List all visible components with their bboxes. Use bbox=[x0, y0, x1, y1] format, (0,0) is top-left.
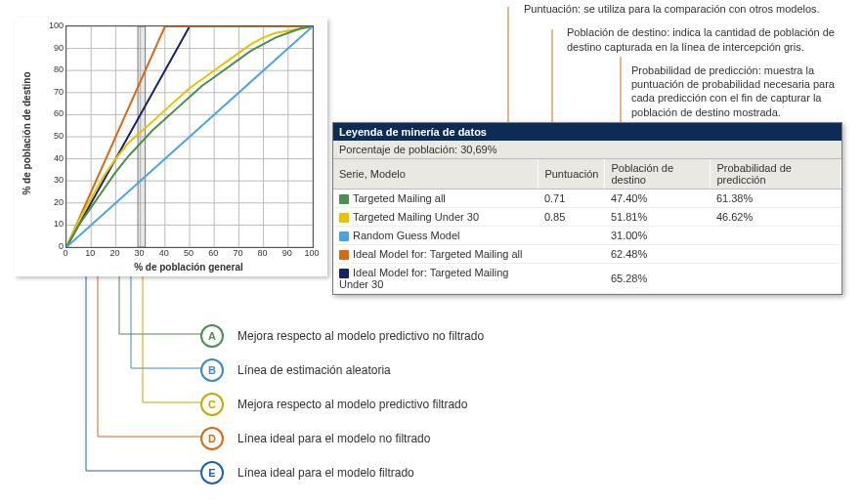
letter-item: AMejora respecto al modelo predictivo no… bbox=[200, 322, 484, 350]
letter-item: BLínea de estimación aleatoria bbox=[200, 357, 484, 384]
col-target: Población de destino bbox=[605, 159, 711, 189]
letter-label: Línea ideal para el modelo no filtrado bbox=[237, 432, 430, 445]
col-prob: Probabilidad de predicción bbox=[711, 159, 841, 189]
letter-label: Línea de estimación aleatoria bbox=[237, 363, 391, 377]
table-row: Ideal Model for: Targeted Mailing Under … bbox=[333, 264, 841, 294]
letter-label: Mejora respecto al modelo predictivo fil… bbox=[237, 398, 467, 411]
color-swatch bbox=[339, 231, 349, 241]
y-axis-ticks: 0102030405060708090100 bbox=[42, 25, 64, 246]
plot-area bbox=[65, 25, 314, 248]
plot-svg bbox=[66, 26, 313, 247]
letter-badge: D bbox=[200, 427, 224, 450]
top-callouts: Puntuación: se utiliza para la comparaci… bbox=[489, 2, 860, 129]
table-row: Ideal Model for: Targeted Mailing all62.… bbox=[333, 245, 841, 264]
color-swatch bbox=[339, 213, 349, 223]
x-axis-title: % de población general bbox=[65, 262, 312, 273]
callout-target: Población de destino: indica la cantidad… bbox=[532, 25, 860, 54]
letter-badge: A bbox=[200, 324, 224, 348]
table-row: Targeted Mailing all0.7147.40%61.38% bbox=[333, 189, 841, 208]
svg-rect-22 bbox=[138, 26, 146, 247]
letter-legend: AMejora respecto al modelo predictivo no… bbox=[200, 322, 484, 493]
letter-badge: C bbox=[200, 393, 224, 416]
letter-badge: B bbox=[200, 358, 224, 382]
col-score: Puntuación bbox=[539, 159, 605, 189]
letter-item: ELínea ideal para el modelo filtrado bbox=[200, 459, 484, 486]
letter-label: Línea ideal para el modelo filtrado bbox=[237, 466, 414, 480]
callout-score: Puntuación: se utiliza para la comparaci… bbox=[489, 2, 860, 16]
data-mining-legend: Leyenda de minería de datos Porcentaje d… bbox=[332, 122, 842, 295]
y-axis-title-box: % de población de destino bbox=[17, 25, 34, 246]
table-row: Random Guess Model31.00% bbox=[333, 227, 841, 245]
page: % de población de destino 01020304050607… bbox=[0, 0, 862, 504]
color-swatch bbox=[339, 269, 349, 278]
legend-table: Serie, Modelo Puntuación Población de de… bbox=[333, 159, 841, 294]
color-swatch bbox=[339, 194, 349, 204]
letter-label: Mejora respecto al modelo predictivo no … bbox=[237, 329, 484, 343]
col-series: Serie, Modelo bbox=[333, 159, 539, 189]
legend-population: Porcentaje de población: 30,69% bbox=[333, 141, 841, 159]
lift-chart-panel: % de población de destino 01020304050607… bbox=[15, 18, 327, 276]
letter-item: DLínea ideal para el modelo no filtrado bbox=[200, 425, 484, 452]
y-axis-title: % de población de destino bbox=[22, 36, 32, 231]
letter-badge: E bbox=[200, 461, 224, 484]
x-axis-ticks: 0102030405060708090100 bbox=[65, 248, 312, 260]
intercept-band bbox=[138, 26, 146, 247]
callout-prob: Probabilidad de predicción: muestra la p… bbox=[596, 63, 860, 119]
color-swatch bbox=[339, 250, 349, 260]
table-row: Targeted Mailing Under 300.8551.81%46.62… bbox=[333, 208, 841, 227]
letter-item: CMejora respecto al modelo predictivo fi… bbox=[200, 391, 484, 418]
